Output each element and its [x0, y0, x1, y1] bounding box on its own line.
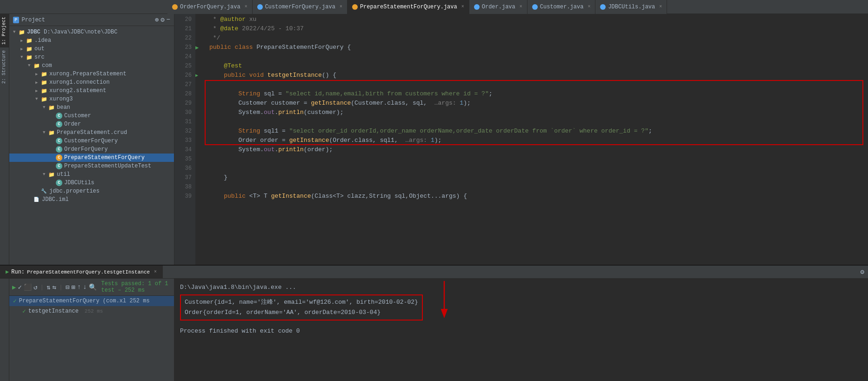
main-layout: 1: Project 2: Structure P Project ⊕ ⚙ − … [0, 14, 868, 265]
folder-icon-src: 📁 [26, 54, 33, 60]
tab-close-5[interactable]: × [659, 4, 662, 9]
tab-Customer[interactable]: Customer.java × [527, 0, 596, 14]
line-20: 20 [174, 15, 192, 24]
tab-close-3[interactable]: × [520, 4, 522, 9]
tree-item-order[interactable]: C Order [9, 120, 174, 128]
tab-OrderForQuery[interactable]: OrderForQuery.java × [167, 0, 253, 14]
tab-icon-teal [257, 4, 263, 10]
gutter-23: ▶ [195, 43, 205, 52]
tree-item-psfq[interactable]: C PrepareStatementForQuery [9, 154, 174, 162]
tab-JDBCUtils[interactable]: JDBCUtils.java × [595, 0, 667, 14]
line-33: 33 [174, 136, 192, 145]
gutter-36 [195, 164, 205, 173]
tree-item-com[interactable]: 📁 com [9, 61, 174, 70]
tree-item-customer[interactable]: C Customer [9, 112, 174, 120]
folder-icon-jdbc: 📁 [19, 29, 25, 35]
tree-item-jdbc-iml[interactable]: 📄 JDBC.iml [9, 195, 174, 204]
code-editor: 20 21 22 23 24 25 26 27 28 29 30 31 32 3… [174, 14, 868, 265]
tree-item-jdbc-props[interactable]: 🔧 jdbc.properties [9, 187, 174, 195]
run-gutter-icon[interactable]: ▶ [195, 44, 199, 51]
run-gutter-26[interactable]: ▶ [195, 73, 198, 78]
run-up-btn[interactable]: ↑ [77, 283, 81, 291]
run-test-item[interactable]: ✓ testgetInstance 252 ms [9, 306, 174, 316]
tab-CustomerForQuery[interactable]: CustomerForQuery.java × [253, 0, 347, 14]
sidebar-tab-project[interactable]: 1: Project [0, 14, 9, 47]
tree-item-src[interactable]: 📁 src [9, 53, 174, 61]
run-sort2-btn[interactable]: ⇆ [53, 283, 56, 291]
gutter-38 [195, 182, 205, 192]
sidebar-tab-structure[interactable]: 2: Structure [0, 47, 9, 87]
folder-icon-x3: 📁 [41, 96, 47, 102]
settings-gear-icon[interactable]: ⚙ [861, 268, 864, 276]
tab-close-2[interactable]: × [461, 4, 464, 9]
gutter-21 [195, 24, 205, 33]
minus-icon[interactable]: − [167, 16, 170, 24]
code-content[interactable]: * @author xu * @date 2022/4/25 - 10:37 *… [205, 14, 868, 265]
collapse-icon[interactable]: ⊕ [155, 16, 159, 24]
tab-close-4[interactable]: × [588, 4, 590, 9]
tree-item-jdbc[interactable]: 📁 JDBC D:\Java\JDBC\note\JDBC [9, 28, 174, 36]
arrow-ps-crud [43, 130, 48, 135]
tree-item-out[interactable]: 📁 out [9, 45, 174, 53]
tree-item-xurong1[interactable]: 📁 xurong1.connection [9, 78, 174, 87]
folder-icon-x1: 📁 [41, 80, 47, 85]
sidebar-toolbar: ⊕ ⚙ − [155, 16, 170, 24]
tree-item-bean[interactable]: 📁 bean [9, 103, 174, 112]
arrow-src [20, 55, 26, 60]
line-27: 27 [174, 80, 192, 89]
run-stop-btn[interactable]: ⬛ [24, 283, 32, 291]
arrow-out [20, 47, 26, 52]
run-suite-item[interactable]: ✓ PrepareStatementForQuery (com.xl 252 m… [9, 296, 174, 306]
arrow-jdbc [13, 30, 19, 34]
run-tab-close[interactable]: × [154, 269, 157, 274]
tree-item-xurong3[interactable]: 📁 xurong3 [9, 95, 174, 103]
tree-item-cfq[interactable]: C CustomerForQuery [9, 137, 174, 145]
settings-icon[interactable]: ⚙ [160, 16, 164, 24]
tree-item-ofq[interactable]: C OrderForQuery [9, 145, 174, 154]
run-tab[interactable]: ▶ Run: PrepareStatementForQuery.testgetI… [0, 266, 163, 279]
arrow-xps [35, 72, 41, 77]
tree-item-psut[interactable]: C PrepareStatementUpdateTest [9, 162, 174, 170]
code-line-38 [209, 182, 868, 192]
run-suite-label: PrepareStatementForQuery (com.xl 252 ms [19, 298, 150, 304]
gutter-28 [195, 89, 205, 99]
bottom-tab-bar: ▶ Run: PrepareStatementForQuery.testgetI… [0, 266, 868, 279]
project-icon: P [13, 17, 19, 23]
tree-label-ps-crud: PrepareStatement.crud [57, 129, 127, 136]
tree-item-jdbcutils[interactable]: C JDBCUtils [9, 179, 174, 187]
run-play-btn[interactable]: ▶ [12, 283, 16, 291]
tab-close-1[interactable]: × [340, 4, 342, 9]
gutter-31 [195, 117, 205, 127]
run-sort-btn[interactable]: ⇅ [47, 283, 50, 291]
tree-item-ps-crud[interactable]: 📁 PrepareStatement.crud [9, 128, 174, 137]
run-tab-name: PrepareStatementForQuery.testgetInstance [27, 269, 150, 275]
tree-item-util[interactable]: 📁 util [9, 170, 174, 179]
run-search-btn[interactable]: 🔍 [89, 283, 97, 291]
run-expand-btn[interactable]: ⊞ [71, 283, 75, 291]
tree-label-bean: bean [57, 104, 70, 111]
folder-icon-idea: 📁 [26, 38, 33, 43]
run-rerun-btn[interactable]: ↺ [33, 283, 37, 291]
line-30: 30 [174, 108, 192, 117]
tree-item-xurong-ps[interactable]: 📁 xurong.PrepareStatement [9, 70, 174, 78]
file-icon-ofq: C [56, 146, 62, 153]
tab-close-0[interactable]: × [245, 4, 247, 9]
line-34: 34 [174, 145, 192, 154]
sidebar-title: Project [22, 17, 45, 23]
folder-icon-com: 📁 [33, 63, 40, 68]
tree-item-idea[interactable]: 📁 .idea [9, 36, 174, 45]
run-down-btn[interactable]: ↓ [83, 283, 87, 291]
tree-item-xurong2[interactable]: 📁 xurong2.statement [9, 87, 174, 95]
run-play-icon: ▶ [6, 268, 9, 275]
tree-label-cfq: CustomerForQuery [64, 138, 118, 144]
tab-Order[interactable]: Order.java × [469, 0, 527, 14]
run-check-btn[interactable]: ✓ [18, 283, 21, 291]
line-32: 32 [174, 127, 192, 136]
run-collapse-btn[interactable]: ⊟ [66, 283, 69, 291]
code-line-28: String sql = "select id,name,email,birth… [209, 89, 868, 99]
code-line-33: Order order = getInstance(Order.class, s… [209, 136, 868, 145]
check-suite-icon: ✓ [13, 297, 17, 305]
run-test-time: 252 ms [85, 308, 103, 314]
code-line-29: Customer customer = getInstance(Customer… [209, 99, 868, 108]
tab-PrepareStatementForQuery[interactable]: PrepareStatementForQuery.java × [347, 0, 469, 14]
